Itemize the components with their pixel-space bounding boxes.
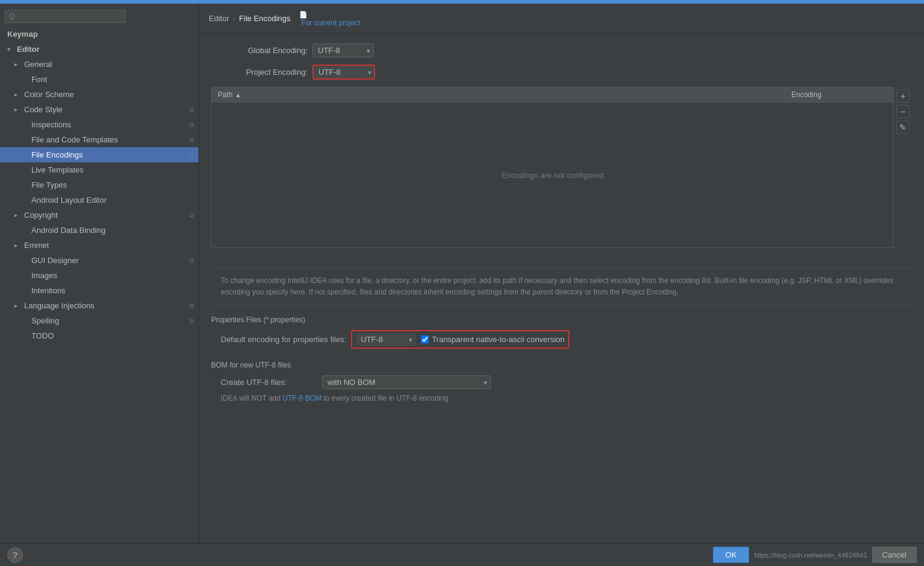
sidebar-item-file-encodings[interactable]: File Encodings⧉ [0, 147, 198, 162]
project-link[interactable]: For current project [302, 19, 361, 27]
sidebar-label-android-data-binding: Android Data Binding [31, 226, 106, 235]
table-col-path[interactable]: Path ▲ [212, 87, 785, 102]
create-utf8-label: Create UTF-8 files: [221, 378, 317, 387]
tree-arrow-emmet: ▸ [14, 242, 22, 249]
sidebar-item-color-scheme[interactable]: ▸Color Scheme [0, 87, 198, 102]
idea-note-text: IDEA will NOT add [221, 394, 280, 402]
sidebar-label-images: Images [31, 271, 57, 280]
project-encoding-select[interactable]: UTF-8 UTF-16 ISO-8859-1 [312, 65, 375, 80]
bom-row: Create UTF-8 files: with NO BOM with BOM… [211, 375, 912, 389]
sidebar-label-language-injections: Language Injections [24, 301, 94, 310]
sidebar-label-font: Font [31, 75, 47, 84]
project-encoding-label: Project Encoding: [211, 68, 308, 77]
breadcrumb-parent: Editor [209, 14, 229, 23]
copy-icon-file-code-templates: ⧉ [189, 136, 194, 144]
bottom-left: ? [7, 547, 23, 563]
global-encoding-row: Global Encoding: UTF-8 UTF-16 ISO-8859-1 [211, 43, 912, 57]
copy-icon-spelling: ⧉ [189, 317, 194, 325]
sidebar-label-file-types: File Types [31, 180, 67, 189]
properties-encoding-select[interactable]: UTF-8 UTF-16 ISO-8859-1 [356, 333, 416, 346]
table-header: Path ▲ Encoding [212, 87, 893, 103]
sidebar-item-intentions[interactable]: Intentions [0, 283, 198, 298]
sidebar-label-editor: Editor [17, 45, 40, 54]
bom-section: BOM for new UTF-8 files Create UTF-8 fil… [211, 361, 912, 402]
transparent-label: Transparent native-to-ascii conversion [432, 335, 565, 344]
sidebar-label-keymap: Keymap [7, 30, 38, 39]
sidebar-search-input[interactable] [5, 10, 125, 23]
sidebar-item-file-types[interactable]: File Types [0, 177, 198, 192]
sidebar-label-live-templates: Live Templates [31, 165, 83, 174]
encodings-table-section: Path ▲ Encoding Encodings are not config… [211, 87, 912, 258]
transparent-conversion-checkbox[interactable] [421, 335, 429, 343]
sidebar-item-images[interactable]: Images [0, 268, 198, 283]
sidebar-label-intentions: Intentions [31, 286, 65, 295]
sidebar-label-spelling: Spelling [31, 316, 59, 325]
main-container: Keymap▾Editor▸GeneralFont▸Color Scheme▸C… [0, 4, 924, 543]
sidebar-item-general[interactable]: ▸General [0, 57, 198, 72]
copy-icon-inspections: ⧉ [189, 121, 194, 129]
sort-icon: ▲ [235, 92, 241, 98]
properties-section: Properties Files (*.properties) Default … [211, 316, 912, 349]
remove-encoding-button[interactable]: − [896, 105, 910, 118]
sidebar-label-color-scheme: Color Scheme [24, 90, 74, 99]
sidebar-item-language-injections[interactable]: ▸Language Injections⧉ [0, 298, 198, 313]
sidebar: Keymap▾Editor▸GeneralFont▸Color Scheme▸C… [0, 4, 199, 543]
bottom-right: OK https://blog.csdn.net/weixin_44624841… [713, 547, 917, 563]
ok-button[interactable]: OK [713, 547, 750, 563]
sidebar-label-emmet: Emmet [24, 241, 49, 250]
sidebar-label-todo: TODO [31, 331, 54, 340]
properties-section-label: Properties Files (*.properties) [211, 316, 912, 324]
tree-arrow-general: ▸ [14, 61, 22, 68]
copy-icon-gui-designer: ⧉ [189, 257, 194, 264]
info-text: To change encoding IntelliJ IDEA uses fo… [211, 267, 912, 306]
url-display: https://blog.csdn.net/weixin_44624841 [754, 552, 867, 559]
sidebar-item-editor[interactable]: ▾Editor [0, 42, 198, 57]
project-encoding-select-wrapper: UTF-8 UTF-16 ISO-8859-1 [312, 65, 375, 80]
content-panel: Editor › File Encodings 📄 For current pr… [199, 4, 924, 543]
sidebar-item-gui-designer[interactable]: GUI Designer⧉ [0, 253, 198, 268]
sidebar-item-keymap[interactable]: Keymap [0, 27, 198, 42]
bom-select[interactable]: with NO BOM with BOM with BOM if Windows… [322, 375, 491, 389]
table-col-encoding[interactable]: Encoding [785, 87, 893, 102]
sidebar-item-android-layout-editor[interactable]: Android Layout Editor [0, 192, 198, 208]
copy-icon-copyright: ⧉ [189, 212, 194, 219]
sidebar-item-font[interactable]: Font [0, 72, 198, 87]
utf8-bom-link[interactable]: UTF-8 BOM [283, 394, 322, 402]
transparent-conversion-label[interactable]: Transparent native-to-ascii conversion [421, 335, 565, 344]
sidebar-item-todo[interactable]: TODO [0, 328, 198, 343]
sidebar-label-code-style: Code Style [24, 105, 63, 114]
breadcrumb-current: File Encodings [239, 14, 290, 23]
content-body: Global Encoding: UTF-8 UTF-16 ISO-8859-1… [199, 34, 924, 543]
tree-arrow-editor: ▾ [7, 46, 14, 52]
properties-encoding-select-wrapper: UTF-8 UTF-16 ISO-8859-1 [356, 333, 416, 346]
sidebar-item-android-data-binding[interactable]: Android Data Binding [0, 223, 198, 238]
properties-encoding-row: Default encoding for properties files: U… [211, 330, 912, 349]
encodings-table: Path ▲ Encoding Encodings are not config… [211, 87, 894, 248]
cancel-button[interactable]: Cancel [872, 547, 917, 563]
copy-icon-code-style: ⧉ [189, 106, 194, 113]
idea-note: IDEA will NOT add UTF-8 BOM to every cre… [221, 394, 912, 402]
sidebar-item-file-code-templates[interactable]: File and Code Templates⧉ [0, 132, 198, 147]
table-body: Encodings are not configured [212, 103, 893, 247]
path-label: Path [218, 91, 233, 99]
sidebar-label-gui-designer: GUI Designer [31, 256, 79, 265]
sidebar-item-spelling[interactable]: Spelling⧉ [0, 313, 198, 328]
tree-arrow-code-style: ▸ [14, 106, 22, 113]
sidebar-item-inspections[interactable]: Inspections⧉ [0, 117, 198, 132]
sidebar-item-emmet[interactable]: ▸Emmet [0, 238, 198, 253]
sidebar-item-code-style[interactable]: ▸Code Style⧉ [0, 102, 198, 117]
help-button[interactable]: ? [7, 547, 23, 563]
sidebar-item-live-templates[interactable]: Live Templates [0, 162, 198, 177]
empty-message: Encodings are not configured [501, 171, 603, 180]
breadcrumb: Editor › File Encodings 📄 For current pr… [199, 4, 924, 34]
global-encoding-select[interactable]: UTF-8 UTF-16 ISO-8859-1 [312, 43, 374, 57]
global-encoding-label: Global Encoding: [211, 46, 308, 55]
add-encoding-button[interactable]: + [896, 89, 910, 103]
edit-encoding-button[interactable]: ✎ [896, 121, 910, 134]
copy-icon-file-encodings: ⧉ [189, 151, 194, 159]
sidebar-item-copyright[interactable]: ▸Copyright⧉ [0, 208, 198, 223]
properties-encoding-label: Default encoding for properties files: [221, 335, 346, 344]
file-icon: 📄 [299, 11, 308, 18]
sidebar-label-file-code-templates: File and Code Templates [31, 135, 118, 144]
sidebar-label-android-layout-editor: Android Layout Editor [31, 196, 107, 205]
